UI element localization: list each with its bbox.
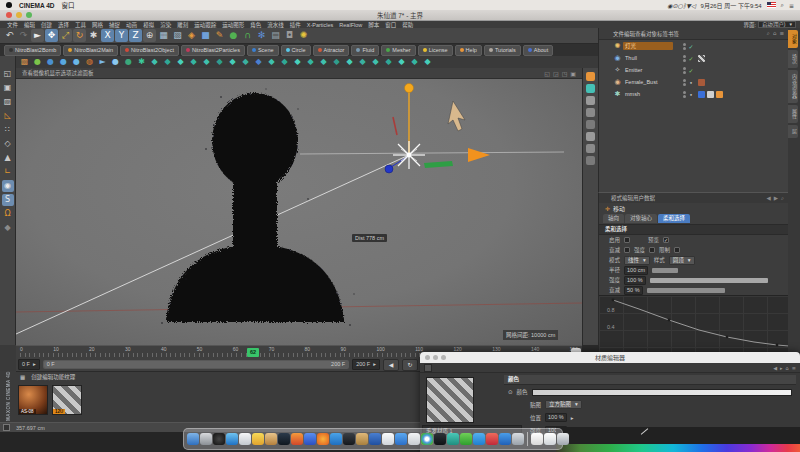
panel-tab[interactable]: 内容浏览器 (788, 70, 798, 103)
generator-icon[interactable]: ● (227, 29, 240, 42)
dock-app-icon[interactable] (512, 433, 524, 445)
dock-app-icon[interactable] (369, 433, 381, 445)
panel-icon[interactable] (586, 120, 595, 129)
panel-tab[interactable]: 场次 (788, 50, 798, 68)
plugin-tab[interactable]: Circle (281, 45, 311, 56)
scale-tool-icon[interactable]: ⤢ (59, 29, 72, 42)
param-arrow-icon[interactable]: ▸ (571, 415, 574, 421)
panel-icon[interactable] (586, 144, 595, 153)
panel-icon[interactable] (586, 72, 595, 81)
dock-app-icon[interactable] (486, 433, 498, 445)
plugin-icon[interactable]: ◆ (174, 56, 187, 68)
object-row[interactable]: ✧ Emitter ✓ (599, 64, 788, 76)
playhead[interactable]: 62 (247, 348, 259, 357)
magnet-icon[interactable]: Ω (2, 208, 14, 220)
app-menu-item[interactable]: 创建 (38, 22, 55, 28)
spline-pen-icon[interactable]: ✎ (213, 29, 226, 42)
material-editor-titlebar[interactable]: 材质编辑器 (420, 352, 800, 363)
radius-value[interactable]: 100 cm (624, 266, 648, 275)
viewport-menu-item[interactable]: 摄像机 (33, 70, 50, 76)
viewport-solo-icon[interactable]: ◉ (2, 180, 14, 192)
object-tag[interactable] (707, 67, 714, 74)
app-menu-item[interactable]: RealFlow (336, 22, 365, 28)
x-axis-arrow[interactable] (468, 148, 490, 162)
lock-icon[interactable]: ◆ (2, 222, 14, 234)
plugin-icon[interactable]: ● (70, 56, 83, 68)
rotate-tool-icon[interactable]: ↻ (73, 29, 86, 42)
app-menu-item[interactable]: X-Particles (304, 22, 337, 28)
enable-check-icon[interactable]: • (686, 79, 696, 86)
redo-icon[interactable]: ↷ (17, 29, 30, 42)
me-toolbar-icon[interactable]: ▸ (780, 365, 783, 371)
plugin-icon[interactable]: ● (31, 56, 44, 68)
plugin-icon[interactable]: ◆ (161, 56, 174, 68)
style-select[interactable]: 圆顶▾ (669, 256, 695, 265)
app-menu-item[interactable]: 选择 (55, 22, 72, 28)
dock-app-icon[interactable] (473, 433, 485, 445)
dock-app-icon[interactable] (421, 433, 433, 445)
limit-checkbox[interactable] (674, 247, 680, 253)
object-tag[interactable] (698, 91, 705, 98)
attr-menu-item[interactable]: 编辑 (622, 195, 633, 201)
blue-axis-ball[interactable] (385, 165, 393, 173)
last-tool-icon[interactable]: ✱ (87, 29, 100, 42)
me-toolbar-icon[interactable]: ⌂ (786, 365, 789, 371)
loop-button[interactable]: ↻ (402, 359, 418, 371)
stepper-icons[interactable]: ▸ (33, 360, 36, 369)
app-menu-item[interactable]: 工具 (72, 22, 89, 28)
plugin-icon[interactable]: ● (57, 56, 70, 68)
mode-select[interactable]: 线性▾ (624, 256, 650, 265)
frame-range-slider[interactable]: 0 F 200 F (43, 360, 349, 369)
plugin-tab[interactable]: Help (455, 45, 482, 56)
dock-app-icon[interactable] (278, 433, 290, 445)
expand-icon[interactable]: ⊙ (508, 389, 513, 395)
app-menu-item[interactable]: 网格 (89, 22, 106, 28)
object-row[interactable]: ◉ Thull ✓ (599, 52, 788, 64)
render-view-icon[interactable]: ▦ (157, 29, 170, 42)
tool-square[interactable] (424, 364, 432, 372)
object-row[interactable]: ◉ Female_Bust • (599, 76, 788, 88)
viewport-canvas[interactable]: Dist 778 cm 网格间距: 10000 cm (16, 79, 582, 345)
menu-window[interactable]: 窗口 (62, 0, 75, 10)
dock-app-icon[interactable] (291, 433, 303, 445)
plugin-tab[interactable]: Scene (247, 45, 279, 56)
plugin-icon[interactable]: ◆ (395, 56, 408, 68)
lock-y-icon[interactable]: Y (115, 29, 128, 42)
dock-app-icon[interactable] (499, 433, 511, 445)
workplane-icon[interactable]: ◺ (2, 110, 14, 122)
viewport-layout-icon[interactable]: ◱ (544, 70, 550, 77)
material-menu-item[interactable]: 纹理 (64, 374, 75, 380)
app-menu-item[interactable]: 编辑 (21, 22, 38, 28)
panel-tab[interactable]: 对象 (788, 30, 798, 48)
object-tag[interactable] (716, 79, 723, 86)
dock-app-icon[interactable] (343, 433, 355, 445)
plugin-icon[interactable]: ▩ (18, 56, 31, 68)
attr-menu-item[interactable]: 用户数据 (633, 195, 655, 201)
dock-app-icon[interactable] (356, 433, 368, 445)
section-header[interactable]: 柔和选择 (599, 224, 788, 235)
om-menu-item[interactable]: 对象 (646, 31, 657, 37)
dock-app-icon[interactable] (187, 433, 199, 445)
om-header-icon[interactable]: ⌕ (767, 30, 770, 37)
object-tag[interactable] (707, 43, 714, 50)
plugin-tab[interactable]: Tutorials (484, 45, 521, 56)
menubar-clock[interactable]: 9月26日 周一 下午9:54 (701, 1, 762, 10)
app-menu-item[interactable]: 帮助 (399, 22, 416, 28)
dock-app-icon[interactable] (330, 433, 342, 445)
attribute-tab[interactable]: 对象轴心 (625, 214, 657, 223)
dock-app-icon[interactable] (434, 433, 446, 445)
plugin-icon[interactable]: ◍ (83, 56, 96, 68)
input-flag-icon[interactable] (767, 2, 776, 8)
strength-slider[interactable] (650, 278, 768, 283)
plugin-icon[interactable]: ◆ (252, 56, 265, 68)
app-menu-item[interactable]: 角色 (247, 22, 264, 28)
plugin-icon[interactable]: ◆ (382, 56, 395, 68)
plugin-tab[interactable]: Fluid (351, 45, 379, 56)
material-menu-item[interactable]: 编辑 (42, 374, 53, 380)
om-menu-item[interactable]: 文件 (613, 31, 624, 37)
plugin-icon[interactable]: ◆ (265, 56, 278, 68)
om-menu-item[interactable]: 标签 (657, 31, 668, 37)
status-icon[interactable]: ◁ (691, 2, 696, 9)
interface-select[interactable]: 启动(用户) ▾ (758, 21, 796, 28)
object-name[interactable]: mmsh (623, 91, 673, 97)
